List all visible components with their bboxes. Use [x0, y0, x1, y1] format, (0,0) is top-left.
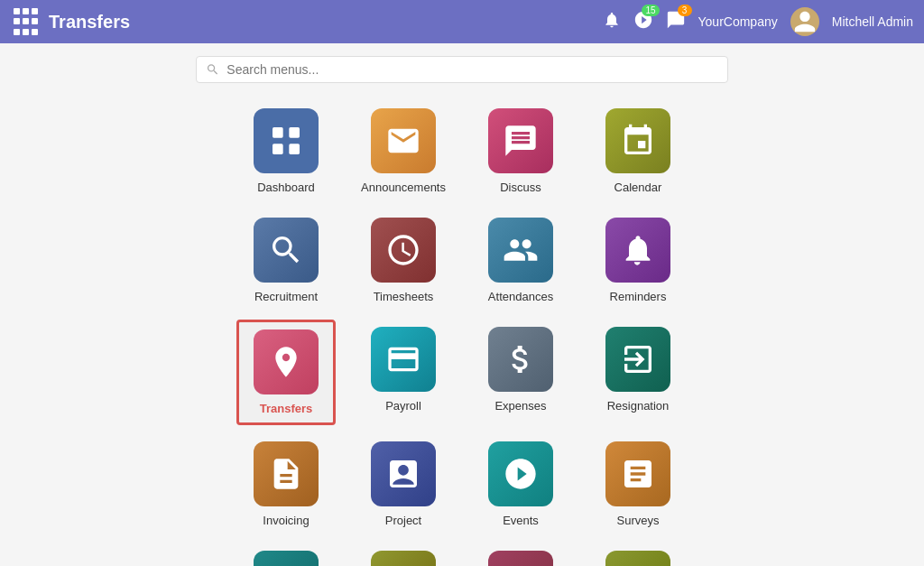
app-item-reminders[interactable]: Reminders — [588, 210, 688, 311]
company-name[interactable]: YourCompany — [698, 14, 778, 29]
avatar-icon — [792, 9, 818, 34]
invoicing-label: Invoicing — [263, 514, 309, 527]
invoicing-icon — [254, 441, 319, 506]
settings-icon — [605, 551, 670, 566]
recruitment-icon — [254, 218, 319, 283]
avatar[interactable] — [790, 7, 819, 36]
events-icon — [488, 441, 553, 506]
transfers-icon — [254, 329, 319, 394]
leaves-icon — [371, 551, 436, 566]
notifications-button[interactable] — [603, 11, 621, 32]
app-item-surveys[interactable]: Surveys — [588, 434, 688, 534]
messages-button[interactable]: 3 — [666, 10, 686, 33]
attendances-icon — [488, 218, 553, 283]
payroll-icon — [371, 327, 436, 392]
discuss-label: Discuss — [500, 181, 541, 194]
events-label: Events — [503, 514, 539, 527]
header-actions: 15 3 YourCompany Mitchell Admin — [603, 7, 913, 36]
surveys-icon — [605, 441, 670, 506]
app-item-recruitment[interactable]: Recruitment — [236, 210, 336, 311]
timesheets-icon — [371, 218, 436, 283]
app-item-expenses[interactable]: Expenses — [471, 320, 570, 425]
search-box — [196, 56, 728, 83]
apps-menu-button[interactable] — [11, 7, 40, 36]
svg-rect-1 — [289, 127, 300, 138]
main-content: DashboardAnnouncementsDiscussCalendarRec… — [0, 92, 924, 566]
app-item-transfers[interactable]: Transfers — [236, 320, 336, 425]
project-label: Project — [385, 514, 421, 527]
calendar-label: Calendar — [614, 181, 662, 194]
app-item-dashboard[interactable]: Dashboard — [236, 101, 336, 201]
attendances-label: Attendances — [488, 290, 553, 303]
app-item-project[interactable]: Project — [354, 434, 453, 534]
bell-icon — [603, 11, 621, 29]
resignation-icon — [605, 327, 670, 392]
app-item-leaves[interactable]: Leaves — [354, 543, 453, 566]
payroll-label: Payroll — [385, 399, 421, 413]
search-area — [0, 43, 924, 92]
header: Transfers 15 3 YourCompany Mi — [0, 0, 924, 43]
search-icon — [206, 62, 219, 77]
expenses-label: Expenses — [494, 399, 546, 413]
expenses-icon — [488, 327, 553, 392]
dashboard-label: Dashboard — [257, 181, 315, 194]
employees-icon — [254, 551, 319, 566]
app-item-settings[interactable]: Settings — [588, 543, 688, 566]
app-item-calendar[interactable]: Calendar — [588, 101, 688, 201]
app-grid: DashboardAnnouncementsDiscussCalendarRec… — [236, 101, 688, 561]
announcements-label: Announcements — [361, 181, 446, 194]
svg-rect-0 — [273, 127, 283, 138]
resignation-label: Resignation — [607, 399, 670, 413]
recruitment-label: Recruitment — [254, 290, 318, 303]
activity-badge: 15 — [642, 5, 659, 16]
timesheets-label: Timesheets — [374, 290, 434, 303]
page-title: Transfers — [49, 12, 603, 32]
svg-rect-3 — [289, 144, 300, 154]
app-item-attendances[interactable]: Attendances — [471, 210, 570, 311]
app-item-resignation[interactable]: Resignation — [588, 320, 688, 425]
app-item-employees[interactable]: Employees — [236, 543, 336, 566]
svg-rect-2 — [273, 144, 283, 154]
app-item-apps[interactable]: Apps — [471, 543, 570, 566]
user-name[interactable]: Mitchell Admin — [832, 14, 913, 29]
surveys-label: Surveys — [617, 514, 660, 527]
calendar-icon — [605, 108, 670, 173]
transfers-label: Transfers — [260, 402, 313, 415]
dashboard-icon — [254, 108, 319, 173]
app-item-events[interactable]: Events — [471, 434, 570, 534]
app-item-timesheets[interactable]: Timesheets — [354, 210, 453, 311]
announcements-icon — [371, 108, 436, 173]
messages-badge: 3 — [678, 5, 692, 16]
apps-icon — [488, 551, 553, 566]
reminders-icon — [605, 218, 670, 283]
app-item-discuss[interactable]: Discuss — [471, 101, 570, 201]
activity-button[interactable]: 15 — [633, 10, 653, 33]
app-item-payroll[interactable]: Payroll — [354, 320, 453, 425]
reminders-label: Reminders — [610, 290, 667, 303]
app-item-announcements[interactable]: Announcements — [354, 101, 453, 201]
search-input[interactable] — [226, 62, 718, 77]
app-item-invoicing[interactable]: Invoicing — [236, 434, 336, 534]
project-icon — [371, 441, 436, 506]
discuss-icon — [488, 108, 553, 173]
